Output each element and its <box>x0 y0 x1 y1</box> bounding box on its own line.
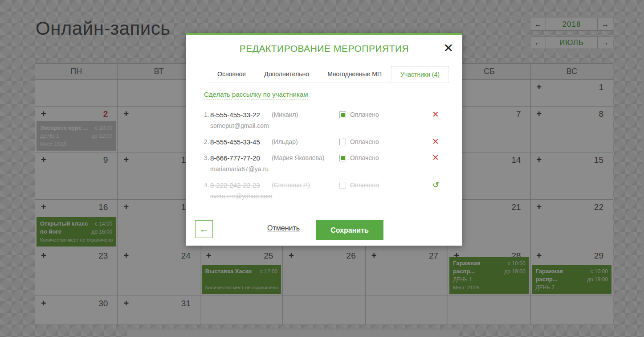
paid-checkbox[interactable] <box>339 182 346 189</box>
tab-main[interactable]: Основное <box>208 66 255 82</box>
participant-name: (Светлана Р.) <box>272 180 310 190</box>
participant-email: sveta-rrrr@yahoo.com <box>210 191 339 201</box>
participant-phone: 8-222-242-22-23 <box>210 180 272 190</box>
participant-name: (Михаил) <box>272 110 298 120</box>
participant-phone: 8-666-777-77-20 <box>210 153 272 163</box>
arrow-left-icon: ← <box>199 223 209 235</box>
delete-participant-icon[interactable]: ✕ <box>432 110 439 119</box>
participant-number: 3. <box>204 153 210 163</box>
cancel-button[interactable]: Отменить <box>267 224 300 232</box>
participant-name: (Ильдар) <box>272 137 298 147</box>
participant-number: 4. <box>204 180 210 190</box>
participant-row: 4. 8-222-242-22-23 (Светлана Р.) sveta-r… <box>204 180 462 201</box>
paid-label: Оплачено <box>350 137 379 147</box>
checkbox-fill <box>341 156 345 160</box>
participant-email: mariamaria67@ya.ru <box>210 164 339 174</box>
checkbox-fill <box>341 113 345 117</box>
delete-participant-icon[interactable]: ✕ <box>432 153 439 163</box>
modal-title: РЕДАКТИРОВАНИЕ МЕРОПРИЯТИЯ <box>186 43 462 54</box>
participant-phone: 8-555-455-33-45 <box>210 137 272 147</box>
participant-row: 1. 8-555-455-33-22 (Михаил) someput@gmai… <box>204 110 462 131</box>
tab-multiday[interactable]: Многодневные МП <box>318 66 391 82</box>
participants-list: 1. 8-555-455-33-22 (Михаил) someput@gmai… <box>204 110 462 207</box>
close-icon[interactable]: ✕ <box>443 41 453 55</box>
paid-label: Оплачено <box>350 153 379 163</box>
paid-checkbox[interactable] <box>339 155 346 161</box>
back-button[interactable]: ← <box>195 220 213 238</box>
delete-participant-icon[interactable]: ✕ <box>432 137 439 147</box>
tab-participants[interactable]: Участники (4) <box>391 66 449 82</box>
modal-tabs: Основное Дополнительно Многодневные МП У… <box>208 66 449 82</box>
participant-email: someput@gmail.com <box>210 121 339 131</box>
edit-event-modal: РЕДАКТИРОВАНИЕ МЕРОПРИЯТИЯ ✕ Основное До… <box>186 33 462 246</box>
participant-row: 2. 8-555-455-33-45 (Ильдар) Оплачено ✕ <box>204 137 462 147</box>
restore-participant-icon[interactable]: ↺ <box>432 180 439 190</box>
participant-number: 1. <box>204 110 210 120</box>
participant-number: 2. <box>204 137 210 147</box>
paid-checkbox[interactable] <box>339 111 346 118</box>
paid-checkbox[interactable] <box>339 139 346 145</box>
paid-label: Оплачено <box>350 110 379 120</box>
paid-label: Оплачено <box>350 180 379 190</box>
participant-name: (Мария Яковлева) <box>272 153 324 163</box>
participant-phone: 8-555-455-33-22 <box>210 110 272 120</box>
tab-additional[interactable]: Дополнительно <box>255 66 318 82</box>
broadcast-to-participants-link[interactable]: Сделать рассылку по участникам <box>204 90 308 99</box>
save-button[interactable]: Сохранить <box>316 220 383 240</box>
participant-row: 3. 8-666-777-77-20 (Мария Яковлева) mari… <box>204 153 462 174</box>
